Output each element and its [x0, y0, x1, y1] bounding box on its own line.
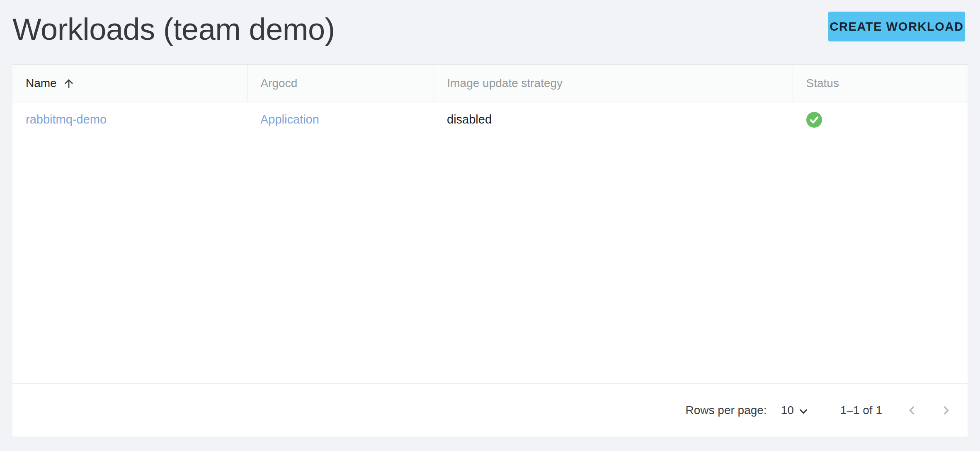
argocd-application-link[interactable]: Application: [260, 113, 319, 126]
column-header-name-label: Name: [26, 77, 57, 90]
column-header-argocd-label: Argocd: [261, 77, 298, 90]
cell-argocd: Application: [247, 102, 434, 137]
table-pagination: Rows per page: 10 1–1 of 1: [12, 383, 968, 436]
table-header-row: Name Argocd Image: [12, 65, 968, 102]
workloads-page: Workloads (team demo) CREATE WORKLOAD Na…: [0, 0, 980, 451]
column-header-status-label: Status: [806, 77, 839, 90]
pagination-range-label: 1–1 of 1: [840, 404, 882, 417]
workloads-table: Name Argocd Image: [12, 64, 968, 137]
chevron-left-icon: [905, 404, 919, 417]
workloads-table-card: Name Argocd Image: [12, 64, 968, 436]
column-header-image-update-strategy: Image update strategy: [434, 65, 793, 102]
page-title: Workloads (team demo): [12, 12, 335, 47]
cell-status: [793, 102, 968, 137]
rows-per-page-value: 10: [781, 404, 794, 417]
next-page-button[interactable]: [936, 400, 956, 420]
chevron-down-icon: [797, 403, 810, 417]
chevron-right-icon: [939, 404, 953, 417]
rows-per-page-select[interactable]: 10: [781, 403, 810, 417]
workload-name-link[interactable]: rabbitmq-demo: [26, 113, 107, 126]
previous-page-button[interactable]: [902, 400, 922, 420]
column-header-image-update-strategy-label: Image update strategy: [447, 77, 563, 90]
table-row: rabbitmq-demo Application disabled: [12, 102, 968, 137]
table-empty-area: [12, 137, 968, 383]
arrow-upward-icon: [63, 77, 75, 90]
rows-per-page-label: Rows per page:: [686, 404, 767, 417]
check-circle-icon: [806, 112, 822, 128]
column-header-argocd: Argocd: [247, 65, 434, 102]
column-header-name[interactable]: Name: [12, 65, 247, 102]
create-workload-button[interactable]: CREATE WORKLOAD: [828, 12, 965, 41]
cell-image-update-strategy: disabled: [434, 102, 793, 137]
cell-name: rabbitmq-demo: [12, 102, 247, 137]
column-header-status: Status: [793, 65, 968, 102]
